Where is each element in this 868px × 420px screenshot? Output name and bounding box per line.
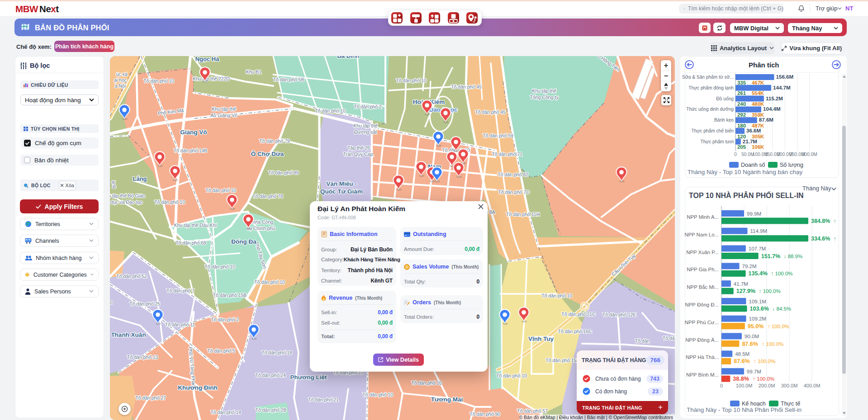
svg-text:Tổ dân phố 24: Tổ dân phố 24 <box>255 373 286 378</box>
svg-text:↓ 88.9%: ↓ 88.9% <box>784 254 803 259</box>
svg-text:Tương Mai: Tương Mai <box>431 396 463 403</box>
svg-text:Tổ dân: Tổ dân <box>663 335 675 341</box>
svg-text:205: 205 <box>737 144 746 150</box>
svg-text:Đồ uống: Đồ uống <box>716 96 734 101</box>
svg-text:↑ 100.0%: ↑ 100.0% <box>753 376 774 382</box>
svg-text:Tổ dân phố 5: Tổ dân phố 5 <box>207 348 235 354</box>
svg-text:Tổ dân phố 16C: Tổ dân phố 16C <box>558 329 592 334</box>
svg-text:109.2M: 109.2M <box>749 316 766 321</box>
svg-text:114.9M: 114.9M <box>750 228 768 234</box>
svg-text:NPP Nam Lo...: NPP Nam Lo... <box>685 232 719 237</box>
svg-text:292: 292 <box>737 112 746 118</box>
svg-text:Tổ dân phố 15B: Tổ dân phố 15B <box>213 293 247 298</box>
svg-text:99.7M: 99.7M <box>747 369 761 374</box>
svg-text:u tập thể Bộ Giáo: u tập thể Bộ Giáo <box>110 193 145 198</box>
svg-text:36.6M: 36.6M <box>746 127 761 133</box>
svg-text:Tổng Công ty: Tổng Công ty <box>530 94 559 100</box>
svg-text:300.0M: 300.0M <box>802 152 817 157</box>
svg-text:Tổ dân phố 15D: Tổ dân phố 15D <box>545 358 580 363</box>
svg-text:Tổ dân phố 21C: Tổ dân phố 21C <box>561 311 596 317</box>
svg-text:NPP Đông Đ...: NPP Đông Đ... <box>685 302 719 307</box>
svg-text:Tổ dân phố 78: Tổ dân phố 78 <box>252 193 283 199</box>
svg-text:Tổ dân phố 79: Tổ dân phố 79 <box>259 138 290 144</box>
svg-text:Tổ dân phố 10: Tổ dân phố 10 <box>496 373 527 378</box>
svg-text:Quốc Tử Giám: Quốc Tử Giám <box>320 188 363 195</box>
svg-text:ại học: ại học <box>114 77 127 83</box>
svg-text:Thanh Xuân: Thanh Xuân <box>111 331 146 338</box>
svg-text:127.9%: 127.9% <box>736 288 755 294</box>
svg-text:38.8%: 38.8% <box>733 376 749 382</box>
svg-text:180: 180 <box>737 123 746 128</box>
svg-text:240: 240 <box>737 101 746 107</box>
svg-text:40: 40 <box>110 300 113 305</box>
svg-text:↑: ↑ <box>834 236 836 241</box>
svg-text:Tổ dân phố 10: Tổ dân phố 10 <box>362 392 393 397</box>
svg-text:NPP Phú Cư...: NPP Phú Cư... <box>685 320 719 325</box>
svg-text:Khu tập thể: Khu tập thể <box>532 88 556 94</box>
svg-text:Ô Chợ Dừa: Ô Chợ Dừa <box>251 151 284 157</box>
svg-text:Tổ dân phố 71: Tổ dân phố 71 <box>492 151 522 157</box>
svg-text:Tổ dân phố 90: Tổ dân phố 90 <box>470 411 500 417</box>
svg-text:Tổ dân phố 10: Tổ dân phố 10 <box>254 279 285 285</box>
svg-text:↑ 100.0%: ↑ 100.0% <box>754 359 775 364</box>
svg-text:NPP Gia Ph...: NPP Gia Ph... <box>687 267 719 272</box>
svg-text:90.0M: 90.0M <box>745 334 759 339</box>
svg-text:0: 0 <box>720 383 723 388</box>
svg-text:Kế hoạch: Kế hoạch <box>742 401 766 407</box>
svg-text:Tổ dân phố 7C: Tổ dân phố 7C <box>498 189 530 195</box>
svg-text:Tổ dân phố-13: Tổ dân phố-13 <box>127 354 158 360</box>
svg-text:Khương Đình: Khương Đình <box>178 384 218 391</box>
svg-text:300.0M: 300.0M <box>781 383 798 388</box>
svg-text:Trần Quý Cáp,: Trần Quý Cáp, <box>343 151 374 157</box>
svg-text:Tổ dân phố 11H: Tổ dân phố 11H <box>506 212 540 217</box>
svg-text:156.6M: 156.6M <box>776 74 794 80</box>
svg-text:Tổ dân phố 57: Tổ dân phố 57 <box>517 408 548 414</box>
svg-text:Bánh kẹo: Bánh kẹo <box>714 118 734 123</box>
svg-text:A5 Giảng Võ: A5 Giảng Võ <box>210 113 237 118</box>
svg-text:NPP Xuân P...: NPP Xuân P... <box>686 250 719 255</box>
svg-text:103.6%: 103.6% <box>750 306 769 312</box>
svg-text:Tổ dân phố 10: Tổ dân phố 10 <box>541 293 572 298</box>
svg-text:Tổ dân phố 45: Tổ dân phố 45 <box>475 109 506 115</box>
svg-text:87.6%: 87.6% <box>734 358 749 364</box>
svg-text:Ba Đình: Ba Đình <box>337 56 359 59</box>
svg-text:554K: 554K <box>752 90 764 96</box>
svg-text:21.7M: 21.7M <box>743 138 757 144</box>
svg-text:Tổ dân phố 52: Tổ dân phố 52 <box>116 274 147 279</box>
svg-text:Tổ dân phố 45: Tổ dân phố 45 <box>451 84 482 90</box>
svg-text:Tổ dân phố 10: Tổ dân phố 10 <box>205 188 236 193</box>
svg-text:144.7M: 144.7M <box>773 85 791 90</box>
svg-text:Đống Đa: Đống Đa <box>231 238 256 245</box>
svg-text:115.2M: 115.2M <box>766 95 783 101</box>
svg-text:Tổ dân phố 2: Tổ dân phố 2 <box>211 317 239 322</box>
svg-text:48.5M: 48.5M <box>735 351 749 357</box>
svg-text:NPP Bắc Mi...: NPP Bắc Mi... <box>687 284 719 290</box>
svg-text:Thực phẩm chế biến: Thực phẩm chế biến <box>692 128 734 133</box>
svg-text:Số lượng: Số lượng <box>780 162 803 168</box>
svg-text:Khu tập thể: Khu tập thể <box>212 106 236 112</box>
svg-text:107.7M: 107.7M <box>749 246 766 251</box>
svg-text:Tổ dân phố 18: Tổ dân phố 18 <box>261 350 292 355</box>
svg-text:Thực phẩm đông lạnh: Thực phẩm đông lạnh <box>688 85 734 90</box>
svg-text:Tổ dân phố 12E: Tổ dân phố 12E <box>602 312 636 317</box>
svg-text:NPP Bình M...: NPP Bình M... <box>686 372 719 378</box>
svg-text:úc xá: úc xá <box>116 71 127 77</box>
svg-text:Tổ dân phố 10: Tổ dân phố 10 <box>315 108 346 113</box>
svg-text:Văn Miếu -: Văn Miếu - <box>326 180 357 187</box>
svg-text:Khu tập thể 222D: Khu tập thể 222D <box>193 76 230 81</box>
svg-text:Tổ dân phố 27: Tổ dân phố 27 <box>135 395 166 401</box>
svg-text:MBW: MBW <box>15 4 38 14</box>
svg-text:Tổ dân: Tổ dân <box>635 338 650 344</box>
svg-text:Phương Liệt: Phương Liệt <box>290 374 327 381</box>
svg-text:Tổ dân phố 5B: Tổ dân phố 5B <box>273 77 304 82</box>
svg-text:104.4M: 104.4M <box>763 106 781 112</box>
svg-text:384.8%: 384.8% <box>811 218 830 224</box>
svg-text:135.4%: 135.4% <box>749 270 768 277</box>
svg-text:0: 0 <box>734 152 737 157</box>
svg-text:Tổ dân phố 2: Tổ dân phố 2 <box>354 104 382 109</box>
svg-text:↑ 100.0%: ↑ 100.0% <box>762 341 783 347</box>
svg-text:Tổ dân phố 89: Tổ dân phố 89 <box>268 170 299 175</box>
svg-text:Tổ dân phố 10: Tổ dân phố 10 <box>396 78 427 83</box>
svg-text:87.6M: 87.6M <box>759 117 773 123</box>
svg-text:Tổ dân phố 59: Tổ dân phố 59 <box>483 133 513 138</box>
